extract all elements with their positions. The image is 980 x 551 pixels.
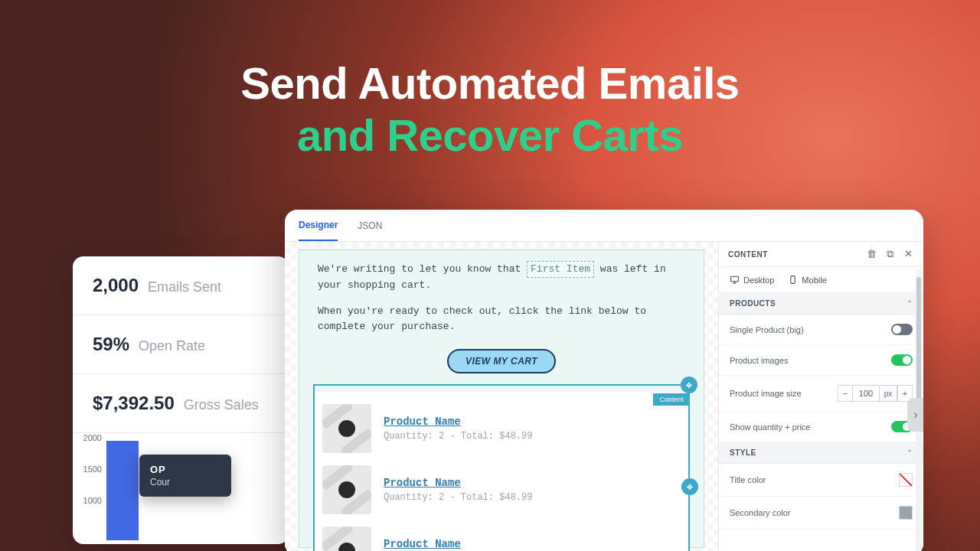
y-axis-ticks: 2000 1500 1000 bbox=[79, 433, 102, 505]
properties-panel: CONTENT 🗑 ⧉ ✕ Desktop Mobile PRODUCTS bbox=[718, 242, 923, 551]
product-row: Product Name Quantity: 2 - Total: $48.99 bbox=[322, 459, 681, 520]
text: We're writing to let you know that bbox=[318, 263, 527, 275]
stat-emails-sent: 2,000 Emails Sent bbox=[73, 256, 289, 315]
label: Show quantity + price bbox=[730, 422, 810, 432]
label: Secondary color bbox=[730, 508, 791, 517]
stat-value: $7,392.50 bbox=[93, 393, 175, 414]
prop-show-qty: Show quantity + price bbox=[719, 412, 923, 442]
chevron-up-icon: ⌃ bbox=[906, 448, 913, 457]
stat-label: Emails Sent bbox=[148, 279, 221, 295]
product-name-link[interactable]: Product Name bbox=[384, 416, 532, 428]
expand-panel-tab[interactable]: › bbox=[907, 398, 923, 432]
stat-value: 2,000 bbox=[93, 275, 139, 296]
color-swatch[interactable] bbox=[899, 506, 913, 520]
panel-title: CONTENT bbox=[728, 250, 768, 259]
stat-gross-sales: $7,392.50 Gross Sales bbox=[73, 374, 289, 433]
chevron-up-icon: ⌃ bbox=[906, 299, 913, 308]
content-label-chip: Content bbox=[653, 393, 690, 406]
prop-single-product: Single Product (big) bbox=[719, 315, 923, 345]
tab-bar: Designer JSON bbox=[285, 210, 923, 242]
designer-window: Designer JSON We're writing to let you k… bbox=[285, 210, 923, 551]
svg-rect-0 bbox=[731, 276, 739, 282]
product-image bbox=[322, 465, 371, 514]
size-unit: px bbox=[879, 385, 897, 402]
product-detail: Quantity: 2 - Total: $48.99 bbox=[384, 492, 532, 503]
tab-designer[interactable]: Designer bbox=[299, 210, 338, 241]
view-cart-button[interactable]: VIEW MY CART bbox=[447, 349, 556, 373]
bar[interactable] bbox=[106, 441, 139, 540]
tooltip-title: OP bbox=[150, 464, 220, 475]
tab-json[interactable]: JSON bbox=[358, 211, 382, 240]
product-row: Product Name Quantity: 2 - Total: $48.99 bbox=[322, 520, 681, 551]
stat-value: 59% bbox=[93, 334, 129, 355]
duplicate-icon[interactable]: ⧉ bbox=[884, 248, 896, 260]
toggle-single-product[interactable] bbox=[891, 324, 913, 335]
email-canvas[interactable]: We're writing to let you know that First… bbox=[285, 242, 718, 551]
delete-icon[interactable]: 🗑 bbox=[865, 248, 877, 260]
move-handle-icon[interactable]: ✥ bbox=[681, 478, 698, 495]
ytick: 1500 bbox=[79, 465, 102, 474]
label: PRODUCTS bbox=[730, 299, 776, 308]
desktop-icon bbox=[730, 275, 740, 285]
hero-line2: and Recover Carts bbox=[297, 110, 683, 160]
label: Desktop bbox=[743, 276, 774, 285]
mobile-icon bbox=[788, 275, 798, 285]
svg-rect-1 bbox=[791, 276, 795, 284]
image-size-stepper: − 100 px + bbox=[838, 385, 913, 402]
ytick: 1000 bbox=[79, 496, 102, 505]
stat-label: Gross Sales bbox=[184, 397, 259, 413]
label: Single Product (big) bbox=[730, 325, 804, 334]
move-handle-icon[interactable]: ✥ bbox=[681, 377, 697, 393]
product-image bbox=[322, 527, 371, 551]
prop-image-size: Product image size − 100 px + bbox=[719, 376, 923, 412]
product-name-link[interactable]: Product Name bbox=[384, 538, 532, 550]
label: Product image size bbox=[730, 389, 802, 398]
product-row: Product Name Quantity: 2 - Total: $48.99 bbox=[322, 398, 681, 459]
label: Mobile bbox=[802, 276, 826, 285]
product-image bbox=[322, 404, 371, 453]
variable-chip-first-item[interactable]: First Item bbox=[527, 261, 594, 278]
prop-product-images: Product images bbox=[719, 345, 923, 376]
product-name-link[interactable]: Product Name bbox=[384, 477, 532, 489]
tooltip-sub: Cour bbox=[150, 477, 220, 487]
hero-line1: Send Automated Emails bbox=[240, 58, 739, 108]
label: Title color bbox=[730, 475, 766, 484]
label: Product images bbox=[730, 356, 788, 365]
stat-open-rate: 59% Open Rate bbox=[73, 315, 289, 374]
hero-heading: Send Automated Emails and Recover Carts bbox=[0, 57, 980, 162]
section-products[interactable]: PRODUCTS ⌃ bbox=[719, 293, 923, 315]
toggle-product-images[interactable] bbox=[891, 354, 913, 366]
block-selection-bar bbox=[313, 384, 690, 392]
label: STYLE bbox=[730, 448, 756, 457]
prop-title-color: Title color bbox=[719, 464, 923, 497]
products-content-block[interactable]: ✥ Content ✥ Product Name Quantity: 2 - T… bbox=[313, 384, 690, 551]
device-mobile[interactable]: Mobile bbox=[788, 275, 826, 285]
email-paragraph-1: We're writing to let you know that First… bbox=[318, 261, 685, 293]
decrement-button[interactable]: − bbox=[838, 385, 853, 402]
ytick: 2000 bbox=[79, 433, 102, 442]
size-value[interactable]: 100 bbox=[853, 385, 879, 402]
prop-secondary-color: Secondary color bbox=[719, 497, 923, 530]
device-desktop[interactable]: Desktop bbox=[730, 275, 774, 285]
color-swatch-none[interactable] bbox=[899, 473, 913, 487]
close-icon[interactable]: ✕ bbox=[902, 248, 914, 260]
product-detail: Quantity: 2 - Total: $48.99 bbox=[384, 431, 532, 442]
chart-tooltip: OP Cour bbox=[139, 455, 231, 497]
stat-label: Open Rate bbox=[139, 338, 205, 354]
section-style[interactable]: STYLE ⌃ bbox=[719, 442, 923, 464]
stats-card: 2,000 Emails Sent 59% Open Rate $7,392.5… bbox=[73, 256, 289, 544]
email-paragraph-2: When you're ready to check out, click th… bbox=[318, 304, 685, 334]
